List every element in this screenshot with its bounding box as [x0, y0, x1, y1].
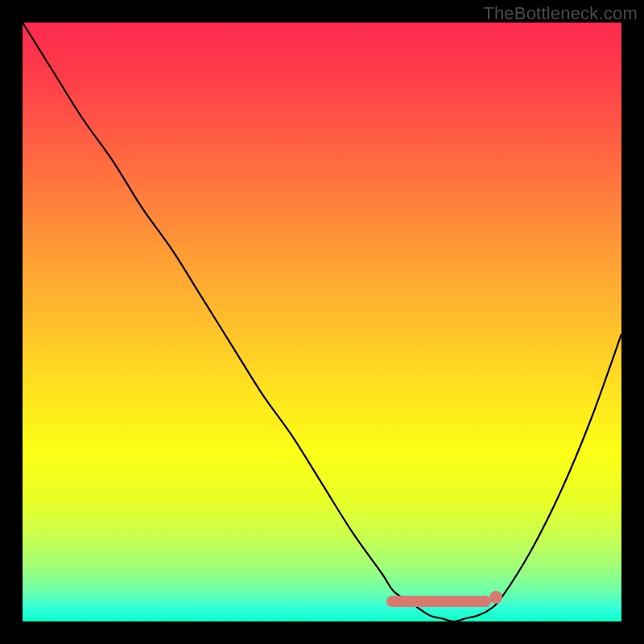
plot-area	[23, 23, 621, 621]
optimal-range-highlight	[386, 596, 491, 607]
optimal-point-dot	[489, 591, 502, 604]
curve-path	[23, 23, 621, 621]
bottleneck-curve	[23, 23, 621, 621]
watermark-text: TheBottleneck.com	[483, 3, 638, 24]
